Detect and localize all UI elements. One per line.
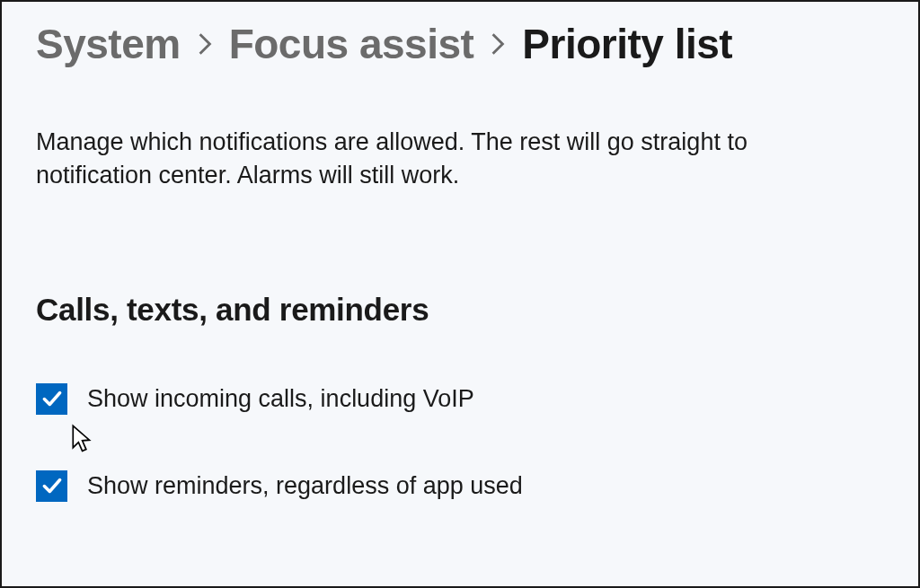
breadcrumb: System Focus assist Priority list xyxy=(36,20,884,68)
breadcrumb-link-system[interactable]: System xyxy=(36,20,181,68)
chevron-right-icon xyxy=(490,31,506,57)
breadcrumb-link-focus-assist[interactable]: Focus assist xyxy=(229,20,474,68)
option-show-reminders[interactable]: Show reminders, regardless of app used xyxy=(36,470,884,502)
checkbox-show-reminders[interactable] xyxy=(36,470,67,502)
page-description: Manage which notifications are allowed. … xyxy=(36,126,827,193)
checkbox-label: Show reminders, regardless of app used xyxy=(87,472,523,500)
option-show-incoming-calls[interactable]: Show incoming calls, including VoIP xyxy=(36,383,884,415)
checkbox-show-incoming-calls[interactable] xyxy=(36,383,67,415)
breadcrumb-current: Priority list xyxy=(522,20,732,68)
section-heading-calls-texts-reminders: Calls, texts, and reminders xyxy=(36,292,884,328)
check-icon xyxy=(40,387,64,410)
checkbox-label: Show incoming calls, including VoIP xyxy=(87,385,474,413)
chevron-right-icon xyxy=(197,31,213,57)
check-icon xyxy=(40,474,64,497)
mouse-cursor-icon xyxy=(70,424,93,458)
